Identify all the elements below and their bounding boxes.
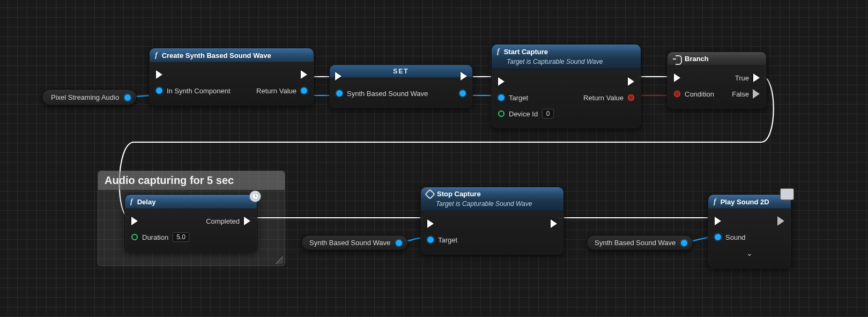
graph-grid[interactable] [0,0,868,317]
function-icon: f [130,197,134,206]
node-branch[interactable]: Branch True Condition False [667,51,767,109]
variable-get-synth-based-sound-wave-a[interactable]: Synth Based Sound Wave [301,235,408,250]
pin-label: Return Value [583,94,624,102]
chevron-down-icon[interactable]: ⌄ [746,249,753,257]
output-pin[interactable] [396,240,402,246]
node-header[interactable]: f Play Sound 2D [708,195,791,209]
output-pin[interactable] [124,94,131,101]
branch-icon [673,55,681,63]
input-pin-duration[interactable] [131,234,138,240]
node-play-sound-2d[interactable]: f Play Sound 2D Sound ⌄ [708,194,791,268]
duration-value[interactable]: 5.0 [173,232,189,242]
node-create-synth-based-sound-wave[interactable]: f Create Synth Based Sound Wave In Synth… [149,48,314,106]
node-title: Branch [685,55,709,63]
input-pin-target[interactable] [498,94,505,101]
exec-in-pin[interactable] [498,77,505,86]
node-header[interactable]: Stop Capture [421,187,563,201]
node-title: Play Sound 2D [721,198,769,206]
exec-in-pin[interactable] [715,217,721,225]
node-header[interactable]: Branch [667,52,766,65]
node-title: Start Capture [504,48,548,56]
exec-in-pin[interactable] [131,217,138,225]
pin-label: Return Value [256,87,296,95]
node-set-synth-based-sound-wave[interactable]: SET Synth Based Sound Wave [329,64,473,108]
pin-label: Completed [206,217,240,225]
pin-label: Synth Based Sound Wave [347,90,428,98]
function-icon: f [497,47,501,56]
exec-out-true-pin[interactable] [753,73,760,82]
pin-label: Device Id [509,110,538,118]
output-pin-value[interactable] [459,90,466,97]
node-title: Create Synth Based Sound Wave [162,51,271,60]
output-pin-return-value[interactable] [628,94,634,101]
function-icon: f [714,197,717,206]
pin-label: Target [438,236,457,244]
exec-out-false-pin[interactable] [753,90,760,98]
exec-out-pin[interactable] [461,72,467,80]
pin-label: Duration [142,233,168,241]
clock-icon: 🕒 [249,190,261,202]
variable-label: Pixel Streaming Audio [51,93,119,101]
node-title: Delay [137,198,156,206]
exec-out-pin[interactable] [301,70,307,79]
node-subtitle: Target is Capturable Sound Wave [492,58,641,69]
node-header[interactable]: f Start Capture [492,45,641,58]
pin-label: Sound [725,233,746,241]
output-pin-return-value[interactable] [301,87,307,94]
exec-out-completed-pin[interactable] [244,217,250,225]
pin-label: Condition [685,90,714,98]
pin-label: Target [509,94,528,102]
node-stop-capture[interactable]: Stop Capture Target is Capturable Sound … [420,187,564,255]
exec-out-pin[interactable] [778,217,784,225]
node-subtitle: Target is Capturable Sound Wave [421,200,563,211]
variable-label: Synth Based Sound Wave [309,239,390,247]
pin-label: In Synth Component [167,87,231,95]
variable-get-pixel-streaming-audio[interactable]: Pixel Streaming Audio [42,89,137,106]
exec-in-pin[interactable] [156,70,162,79]
node-header[interactable]: f Delay [125,195,257,209]
exec-out-pin[interactable] [551,219,557,228]
node-header[interactable]: f Create Synth Based Sound Wave [150,48,314,62]
resize-handle-icon[interactable] [276,256,283,264]
input-pin-target[interactable] [427,237,434,243]
input-pin-condition[interactable] [674,91,680,97]
exec-in-pin[interactable] [335,72,342,80]
latent-icon [425,189,435,200]
monitor-icon [780,188,794,200]
function-icon: f [155,51,159,60]
node-start-capture[interactable]: f Start Capture Target is Capturable Sou… [491,44,641,129]
comment-title[interactable]: Audio capturing for 5 sec [98,171,285,190]
input-pin-value[interactable] [336,90,343,97]
pin-label: True [735,74,749,82]
variable-get-synth-based-sound-wave-b[interactable]: Synth Based Sound Wave [587,235,693,250]
node-title: Stop Capture [437,190,481,198]
pin-label: False [732,90,749,98]
input-pin-sound[interactable] [715,234,721,240]
output-pin[interactable] [681,240,687,246]
input-pin-device-id[interactable] [498,110,505,117]
exec-in-pin[interactable] [674,73,680,82]
node-delay[interactable]: 🕒 f Delay Completed Duration 5.0 [124,194,257,252]
exec-out-pin[interactable] [628,77,634,86]
input-pin-in-synth-component[interactable] [156,87,162,94]
variable-label: Synth Based Sound Wave [595,239,676,247]
device-id-value[interactable]: 0 [542,109,554,119]
exec-in-pin[interactable] [427,219,434,228]
